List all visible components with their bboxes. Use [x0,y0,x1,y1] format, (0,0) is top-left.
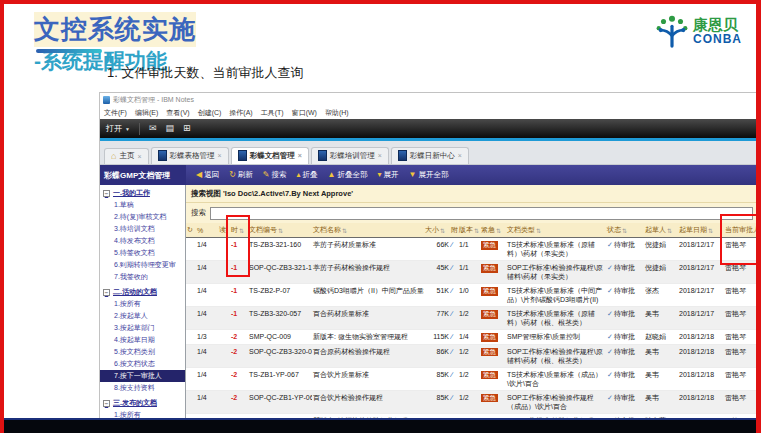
navigation-tree: −一.我的工作1.草稿2.待(复)审核文档3.待培训文档4.待发布文档5.待签收… [100,185,186,423]
column-header[interactable]: 紧急⇅ [480,223,506,237]
collapse-icon[interactable]: − [103,190,110,197]
sort-icon[interactable]: ⇅ [278,227,283,234]
sidebar-item[interactable]: 3.待培训文档 [100,223,185,235]
column-header[interactable]: 附 [450,223,458,237]
table-row[interactable]: 1/4-1SOP-QC-ZB3-321-16葶苈子药材检验操作规程45K∕1/1… [186,261,758,284]
sidebar-item[interactable]: 5.待签收文档 [100,247,185,259]
mail-icon[interactable]: ✉ [149,124,157,133]
logo-text-en: CONBA [693,33,742,46]
menu-item[interactable]: 文件(F) [104,108,127,118]
column-header[interactable]: 起草日期⇅ [678,223,724,237]
action-返回[interactable]: ◀返回 [196,170,219,180]
sidebar-item[interactable]: 4.待发布文档 [100,235,185,247]
column-header[interactable]: 大小⇅ [424,223,450,237]
table-row[interactable]: 1/4-1TS-ZB2-P-07碳酸钙D3咀嚼片（II）中间产品质量标准51K∕… [186,284,758,307]
close-icon[interactable]: × [218,152,222,159]
menu-item[interactable]: 工具(T) [261,108,284,118]
close-icon[interactable]: × [458,152,462,159]
sort-icon[interactable]: ⇅ [622,227,627,234]
grid-icon[interactable]: ⊞ [183,124,191,133]
table-row[interactable]: 1/3-2SMP-QC-009新版本: 微生物实验室管理规程115K∕1/4紧急… [186,330,758,345]
urgent-badge: 紧急 [481,394,498,403]
table-row[interactable]: 1/4-2SOP-QC-ZB1-YP-067百合饮片检验操作规程85K∕1/2紧… [186,391,758,414]
menu-item[interactable]: 操作(A) [229,108,252,118]
column-header[interactable]: 文档编号⇅ [248,223,312,237]
close-icon[interactable]: × [298,152,302,159]
action-展开[interactable]: ▾展开 [378,170,399,180]
sort-icon[interactable]: ⇅ [708,227,713,234]
sidebar-item[interactable]: 1.按所有 [100,298,185,310]
sort-icon[interactable]: ⇅ [474,227,479,234]
column-header[interactable]: % [196,223,218,237]
action-展开全部[interactable]: ▼展开全部 [409,170,449,180]
menu-item[interactable]: 窗口(W) [292,108,317,118]
sort-icon[interactable]: ⇅ [342,227,347,234]
column-header[interactable]: 版本⇅ [458,223,480,237]
doc-type-cell: TS技术标准\质量标准（中间产品）\片剂\碳酸钙D3咀嚼片(II) [506,284,606,306]
sort-icon[interactable]: ⇅ [667,227,672,234]
close-icon[interactable]: × [378,152,382,159]
sidebar-item[interactable]: 7.按下一审批人 [100,370,185,382]
table-row[interactable]: 1/4-2SOP-QC-ZB3-320-05百合原药材检验操作规程86K∕1/2… [186,345,758,368]
sidebar-item[interactable]: 2.按起草人 [100,310,185,322]
sort-icon[interactable]: ⇅ [536,227,541,234]
attachment-cell: ∕ [450,330,458,344]
table-row[interactable]: 1/4-2TS-ZB1-YP-067百合饮片质量标准85K∕1/2紧急TS技术标… [186,368,758,391]
sidebar-item[interactable]: 6.按文档状态 [100,358,185,370]
row-select-margin [186,238,196,260]
page-title-main: 文控系统实施 [34,12,196,47]
sort-icon[interactable]: ⇅ [496,227,501,234]
sidebar-item[interactable]: 8.按支持资料 [100,382,185,394]
open-button[interactable]: 打开 ▼ [106,123,130,134]
action-刷新[interactable]: ↻刷新 [229,170,253,180]
action-搜索[interactable]: ✎搜索 [263,170,287,180]
column-header[interactable]: 文档名称⇅ [312,223,424,237]
nav-section-header[interactable]: −三.发布的文档 [100,397,185,409]
sidebar-item[interactable]: 4.按起草日期 [100,334,185,346]
doc-number-cell: TS-ZB2-P-07 [248,284,312,306]
sidebar-item[interactable]: 7.我签收的 [100,271,185,283]
collapse-icon[interactable]: − [103,289,110,296]
nav-section-header[interactable]: −二.活动的文档 [100,286,185,298]
document-icon [318,150,327,161]
list-icon[interactable]: ▤ [166,124,175,133]
sort-icon[interactable]: ⇅ [440,227,445,234]
tab-彩蝶表格管理[interactable]: 彩蝶表格管理× [151,147,229,164]
urgent-cell: 紧急 [480,368,506,390]
status-cell: ✓待审批 [606,391,644,413]
edit-status-icon: ✓ [607,241,613,248]
tab-主页[interactable]: ⌂主页× [104,148,149,164]
attachment-cell: ∕ [450,368,458,390]
action-折叠[interactable]: ▴折叠 [297,170,318,180]
sidebar-item[interactable]: 5.按文档类别 [100,346,185,358]
progress-cell: 1/4 [196,345,218,367]
collapse-icon[interactable]: − [103,400,110,407]
menu-item[interactable]: 帮助(H) [325,108,349,118]
close-icon[interactable]: × [137,153,141,160]
sidebar-item[interactable]: 2.待(复)审核文档 [100,211,185,223]
menu-item[interactable]: 创建(C) [198,108,222,118]
draft-date-cell: 2018/12/18 [678,330,724,344]
table-row[interactable]: 1/4-1TS-ZB3-321-160葶苈子药材质量标准66K∕1/1紧急TS技… [186,238,758,261]
search-input[interactable] [210,207,753,220]
nav-section-header[interactable]: −一.我的工作 [100,187,185,199]
edit-status-icon: ✓ [607,333,613,340]
sidebar-item[interactable]: 6.到期转待理变更审 [100,259,185,271]
table-row[interactable]: 1/4-1TS-ZB3-320-057百合药材质量标准77K∕1/2紧急TS技术… [186,307,758,330]
row-select-margin [186,284,196,306]
menu-item[interactable]: 查看(V) [166,108,189,118]
tab-彩蝶日新中心[interactable]: 彩蝶日新中心× [391,147,469,164]
column-header[interactable]: 状态⇅ [606,223,644,237]
toolbar-divider [139,123,140,135]
menu-item[interactable]: 编辑(E) [135,108,158,118]
annotation-box-approver-column [720,214,761,265]
column-header[interactable]: 文档类型⇅ [506,223,606,237]
tab-彩蝶培训管理[interactable]: 彩蝶培训管理× [311,147,389,164]
action-折叠全部[interactable]: ▲折叠全部 [328,170,368,180]
urgent-badge: 紧急 [481,264,498,273]
column-header[interactable]: ↻ [186,223,196,237]
column-header[interactable]: 起草人⇅ [644,223,678,237]
sidebar-item[interactable]: 3.按起草部门 [100,322,185,334]
tab-彩蝶文档管理[interactable]: 彩蝶文档管理× [231,147,309,164]
sidebar-item[interactable]: 1.草稿 [100,199,185,211]
